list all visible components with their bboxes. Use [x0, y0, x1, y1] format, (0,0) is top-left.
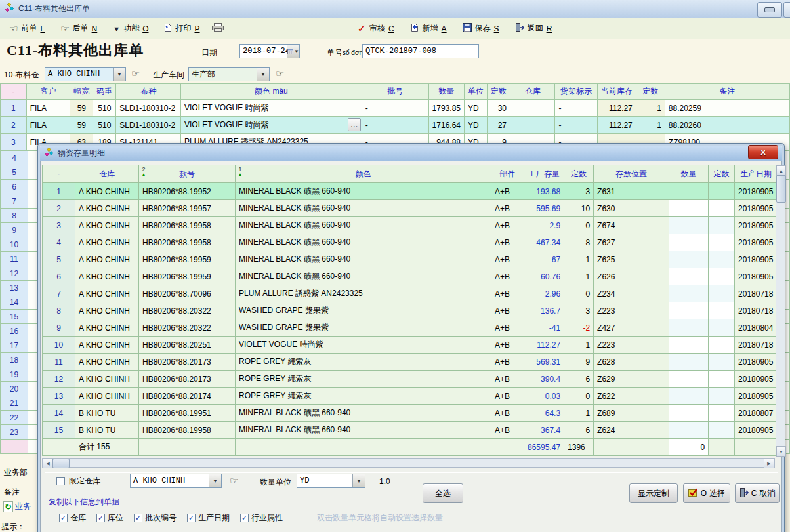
row-number[interactable]: 15: [43, 422, 75, 439]
cell[interactable]: 193.68: [524, 183, 564, 200]
cell[interactable]: 112.27: [597, 117, 636, 134]
dialog-table-row[interactable]: 5A KHO CHINHHB80206*88.19959MINERAL BLAC…: [43, 251, 778, 268]
cell[interactable]: [510, 100, 555, 117]
cell[interactable]: B KHO TU: [75, 422, 139, 439]
cell[interactable]: -: [555, 100, 597, 117]
dialog-table-row[interactable]: 13A KHO CHINHHB80206*88.20174ROPE GREY 繩…: [43, 388, 778, 405]
cell[interactable]: 2.96: [524, 285, 564, 302]
row-number[interactable]: 11: [43, 354, 75, 371]
cell[interactable]: 112.27: [597, 100, 636, 117]
cell[interactable]: [669, 371, 709, 388]
cell[interactable]: Z624: [594, 422, 669, 439]
cell[interactable]: [709, 217, 735, 234]
cell[interactable]: Z234: [594, 285, 669, 302]
choose-button[interactable]: O选择: [683, 483, 730, 503]
cell[interactable]: FILA: [26, 100, 70, 117]
dialog-table-row[interactable]: 10A KHO CHINHHB80206*88.20251VIOLET VOGU…: [43, 337, 778, 354]
cell[interactable]: HB80206*88.19959: [139, 268, 236, 285]
cell[interactable]: A+B: [491, 371, 524, 388]
row-number[interactable]: 3: [1, 134, 27, 151]
cell[interactable]: HB80206*88.20173: [139, 371, 236, 388]
row-number[interactable]: 1: [1, 100, 27, 117]
cell[interactable]: A KHO CHINH: [75, 183, 139, 200]
cell[interactable]: MINERAL BLACK 礦黑 660-940: [236, 268, 491, 285]
row-number[interactable]: 7: [43, 285, 75, 302]
row-number[interactable]: 9: [1, 223, 28, 237]
dialog-column-header[interactable]: 颜色1▲: [236, 165, 491, 183]
cell[interactable]: [709, 302, 735, 319]
cell[interactable]: 3: [564, 183, 594, 200]
cell[interactable]: Z427: [594, 319, 669, 337]
cell[interactable]: Z689: [594, 405, 669, 422]
cell[interactable]: -41: [524, 319, 564, 337]
cell[interactable]: 467.34: [524, 234, 564, 251]
cell[interactable]: A+B: [491, 354, 524, 371]
cell[interactable]: [669, 268, 709, 285]
cell[interactable]: A+B: [491, 388, 524, 405]
workshop-select[interactable]: 生产部 ▼: [188, 67, 270, 81]
cell[interactable]: A KHO CHINH: [75, 234, 139, 251]
row-number[interactable]: 23: [1, 425, 28, 440]
dialog-table-row[interactable]: 4A KHO CHINHHB80206*88.19958MINERAL BLAC…: [43, 234, 778, 251]
display-custom-button[interactable]: 显示定制: [629, 483, 678, 503]
cell[interactable]: 30: [488, 100, 510, 117]
dialog-column-header[interactable]: 数量: [669, 165, 709, 183]
cell[interactable]: A+B: [491, 268, 524, 285]
cell[interactable]: Z626: [594, 268, 669, 285]
unit-select[interactable]: YD ▼: [297, 474, 365, 488]
cell[interactable]: 67: [524, 251, 564, 268]
cell[interactable]: MINERAL BLACK 礦黑 660-940: [236, 183, 491, 200]
cell[interactable]: [709, 388, 735, 405]
dialog-column-header[interactable]: 定数: [564, 165, 594, 183]
cell[interactable]: A KHO CHINH: [75, 200, 139, 217]
row-number[interactable]: 4: [43, 234, 75, 251]
cell[interactable]: WASHED GRAPE 漿果紫: [236, 319, 491, 337]
cell[interactable]: 9: [564, 354, 594, 371]
business-link[interactable]: ↻ 业务: [3, 501, 31, 512]
scroll-right-button[interactable]: ▶: [764, 459, 774, 468]
cell[interactable]: Z630: [594, 200, 669, 217]
cell[interactable]: [669, 388, 709, 405]
cell[interactable]: [669, 234, 709, 251]
row-number[interactable]: 5: [43, 251, 75, 268]
cell[interactable]: 569.31: [524, 354, 564, 371]
cell[interactable]: 595.69: [524, 200, 564, 217]
dialog-column-header[interactable]: 工厂存量: [524, 165, 564, 183]
dialog-table-row[interactable]: 14B KHO TUHB80206*88.19951MINERAL BLACK …: [43, 405, 778, 422]
date-combo[interactable]: 2018-07-24 ▼: [239, 44, 300, 58]
main-column-header[interactable]: 颜色 màu: [181, 84, 362, 100]
cell[interactable]: ROPE GREY 繩索灰: [236, 371, 491, 388]
cell[interactable]: 20180718: [735, 337, 778, 354]
cell[interactable]: A+B: [491, 319, 524, 337]
cell[interactable]: 59: [70, 117, 93, 134]
main-column-header[interactable]: 批号: [362, 84, 428, 100]
cell[interactable]: 1793.85: [428, 100, 464, 117]
cell[interactable]: 136.7: [524, 302, 564, 319]
dialog-table-row[interactable]: 2A KHO CHINHHB80206*88.19957MINERAL BLAC…: [43, 200, 778, 217]
main-table-row[interactable]: 1FILA59510SLD1-180310-2VIOLET VOGUE 時尚紫-…: [1, 100, 790, 117]
cell[interactable]: 3: [564, 302, 594, 319]
cell[interactable]: HB80206*88.20173: [139, 354, 236, 371]
cell[interactable]: A KHO CHINH: [75, 251, 139, 268]
cell[interactable]: [709, 319, 735, 337]
dialog-table-row[interactable]: 9A KHO CHINHHB80206*88.20322WASHED GRAPE…: [43, 319, 778, 337]
cell[interactable]: [709, 371, 735, 388]
cell[interactable]: [669, 302, 709, 319]
row-number[interactable]: 12: [1, 266, 28, 281]
dialog-column-header[interactable]: 存放位置: [594, 165, 669, 183]
row-number[interactable]: 5: [1, 165, 28, 180]
cell[interactable]: A KHO CHINH: [75, 354, 139, 371]
cell[interactable]: Z674: [594, 217, 669, 234]
cell[interactable]: 20180905: [735, 234, 778, 251]
cell[interactable]: [709, 405, 735, 422]
cell[interactable]: [669, 251, 709, 268]
cell[interactable]: ROPE GREY 繩索灰: [236, 388, 491, 405]
scroll-left-button[interactable]: ◀: [43, 459, 53, 468]
horizontal-scroll-thumb[interactable]: [52, 459, 70, 468]
cell[interactable]: 367.4: [524, 422, 564, 439]
cell[interactable]: MINERAL BLACK 礦黑 660-940: [236, 217, 491, 234]
row-number[interactable]: 14: [43, 405, 75, 422]
row-number[interactable]: 6: [43, 268, 75, 285]
cell[interactable]: [669, 405, 709, 422]
cell[interactable]: [669, 422, 709, 439]
